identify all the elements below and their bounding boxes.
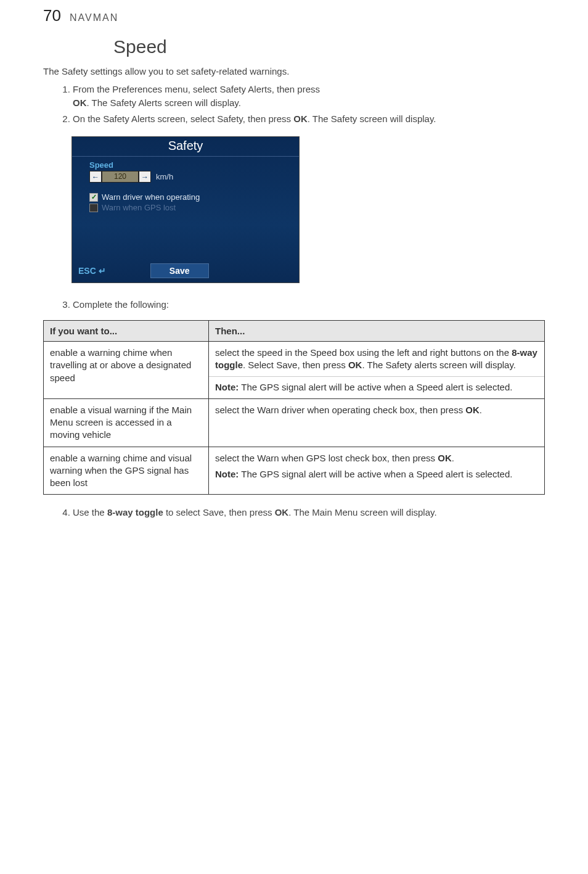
table-row: enable a warning chime and visual warnin…	[44, 447, 545, 495]
step-3: Complete the following:	[73, 298, 545, 311]
row2-right-c: .	[480, 405, 482, 415]
row2-right-ok: OK	[465, 405, 480, 415]
speed-increment-button[interactable]: →	[139, 171, 151, 183]
warn-driver-checkbox[interactable]: ✓	[89, 193, 98, 202]
row1-note-text: The GPS signal alert will be active when…	[239, 382, 512, 392]
step-4-toggle: 8-way toggle	[107, 507, 163, 517]
esc-button[interactable]: ESC ↵	[78, 266, 106, 276]
step-2-ok: OK	[293, 113, 308, 124]
save-button[interactable]: Save	[150, 263, 209, 278]
speed-value: 120	[102, 171, 139, 183]
table-row: enable a warning chime when travelling a…	[44, 342, 545, 399]
step-1-ok: OK	[73, 97, 87, 108]
row3-left: enable a warning chime and visual warnin…	[50, 452, 202, 490]
warn-gps-checkbox[interactable]	[89, 204, 98, 212]
row1-right-c: . Select Save, then press	[243, 360, 348, 370]
section-title: Speed	[113, 36, 545, 57]
warn-gps-label: Warn when GPS lost	[102, 203, 176, 212]
step-2: On the Safety Alerts screen, select Safe…	[73, 112, 545, 126]
step-2-text-a: On the Safety Alerts screen, select Safe…	[73, 113, 293, 124]
speed-decrement-button[interactable]: ←	[89, 171, 102, 183]
safety-screen-screenshot: Safety Speed ← 120 → km/h ✓ Warn driver …	[71, 136, 300, 283]
page-header: 70 NAVMAN	[43, 6, 545, 25]
row3-right-c: .	[452, 453, 454, 463]
warn-driver-checkbox-row[interactable]: ✓ Warn driver when operating	[89, 192, 299, 202]
table-header-left: If you want to...	[44, 321, 209, 342]
step-2-text-b: . The Safety screen will display.	[308, 113, 436, 124]
step-4: Use the 8-way toggle to select Save, the…	[73, 506, 545, 519]
screenshot-title: Safety	[72, 137, 299, 157]
step-4-a: Use the	[73, 507, 107, 517]
row3-right-a: select the Warn when GPS lost check box,…	[215, 453, 438, 463]
row1-left: enable a warning chime when travelling a…	[50, 347, 202, 384]
table-row: enable a visual warning if the Main Menu…	[44, 398, 545, 447]
row2-left: enable a visual warning if the Main Menu…	[50, 404, 202, 442]
esc-label: ESC	[78, 266, 96, 276]
table-header-right: Then...	[209, 321, 545, 342]
step-4-c: . The Main Menu screen will display.	[288, 507, 436, 517]
step-1-text-b: . The Safety Alerts screen will display.	[87, 97, 241, 108]
step-4-ok: OK	[275, 507, 289, 517]
speed-unit-label: km/h	[156, 172, 173, 181]
row1-note-label: Note:	[215, 382, 239, 392]
row1-right-a: select the speed in the Speed box using …	[215, 347, 512, 358]
step-1-text-a: From the Preferences menu, select Safety…	[73, 84, 320, 94]
arrow-left-icon: ←	[92, 173, 99, 181]
row3-right-ok: OK	[438, 453, 452, 463]
step-4-b: to select Save, then press	[163, 507, 275, 517]
step-1: From the Preferences menu, select Safety…	[73, 83, 545, 110]
arrow-right-icon: →	[141, 173, 149, 181]
intro-text: The Safety settings allow you to set saf…	[43, 66, 545, 76]
row3-note-text: The GPS signal alert will be active when…	[239, 469, 512, 479]
instruction-table: If you want to... Then... enable a warni…	[43, 320, 545, 495]
page-number: 70	[43, 6, 61, 25]
warn-driver-label: Warn driver when operating	[102, 192, 200, 202]
speed-section-label: Speed	[89, 160, 299, 170]
row1-right-e: . The Safety alerts screen will display.	[362, 360, 516, 370]
brand-label: NAVMAN	[70, 12, 118, 23]
row1-right-ok: OK	[348, 360, 362, 370]
row3-note-label: Note:	[215, 469, 239, 479]
speed-stepper[interactable]: ← 120 → km/h	[89, 171, 299, 183]
enter-icon: ↵	[99, 266, 106, 276]
row2-right-a: select the Warn driver when operating ch…	[215, 405, 465, 415]
warn-gps-checkbox-row[interactable]: Warn when GPS lost	[89, 203, 299, 212]
